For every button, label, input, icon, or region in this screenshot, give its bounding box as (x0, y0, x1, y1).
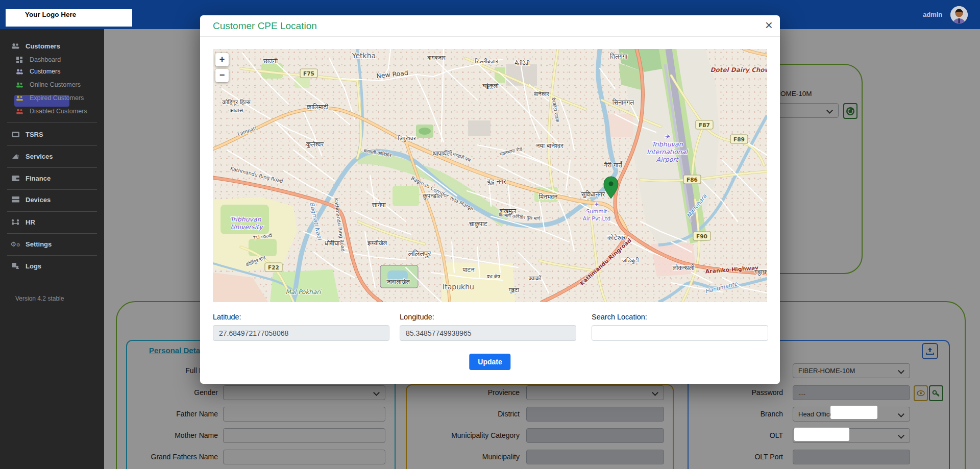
hr-people-icon (11, 219, 19, 225)
divider (7, 167, 97, 168)
map-label: ललितपुर (407, 249, 431, 258)
zoom-out-button[interactable]: − (215, 69, 229, 82)
marker-center-dot (609, 182, 614, 186)
redaction-patch (830, 406, 877, 419)
map-label: Airport (656, 156, 679, 163)
online-customers-icon (15, 82, 23, 88)
road-badge: F87 (696, 120, 713, 129)
sidebar-item-services[interactable]: Services (0, 151, 104, 161)
map-label: Tribhuvan (230, 215, 261, 223)
admin-username[interactable]: admin (923, 11, 942, 18)
map-label: Hanumante (704, 280, 739, 295)
road-badge: F22 (265, 263, 282, 271)
latitude-label: Latitude: (213, 313, 241, 321)
svg-text:F75: F75 (303, 70, 314, 77)
map-canvas[interactable]: F75F22F87F89F86F90छाउनीYetkhaNew Roadकाल… (213, 49, 767, 302)
map-label: तिलगंगा (609, 53, 627, 60)
divider (7, 145, 97, 146)
map-tiles: F75F22F87F89F86F90छाउनीYetkhaNew Roadकाल… (213, 49, 767, 302)
map-label: मैतीदेवी (514, 60, 529, 67)
wallet-icon (11, 175, 19, 181)
modal-header: Customer CPE Location × (200, 15, 780, 37)
map-label: कोटेश्वर (607, 234, 626, 241)
logo-box: Your Logo Here (6, 9, 132, 27)
search-location-input[interactable] (592, 325, 768, 341)
map-label: मिनभवन (538, 193, 558, 201)
road-badge: F90 (693, 232, 710, 240)
card-icon (11, 132, 19, 137)
map-label: छाउनी (263, 57, 278, 65)
sidebar-item-disabled-customers[interactable]: Disabled Customers (0, 106, 104, 116)
customer-cpe-location-modal: Customer CPE Location × (200, 15, 780, 384)
avatar[interactable] (950, 6, 968, 23)
map-label: Air Pvt.Ltd (583, 215, 610, 221)
services-icon (11, 153, 19, 159)
map-label: जावालाखेल (386, 278, 410, 285)
update-button[interactable]: Update (469, 354, 510, 370)
avatar-image (950, 6, 968, 23)
map-label: New Road (376, 69, 409, 80)
map-label: कालिमाटी (306, 103, 329, 111)
sidebar-item-expired-customers[interactable]: Expired Customers (0, 93, 104, 103)
map-label: कुलेश्वर (306, 140, 324, 148)
map-label: कोहिनूर हिल्स (222, 98, 251, 106)
map-label: सुविधानगर (581, 190, 605, 198)
map-label: Mal Pokhari (285, 288, 322, 295)
map-label: झम्सीखेल (367, 239, 387, 246)
server-icon (11, 196, 19, 203)
map-label: लोकन्थली (672, 264, 694, 271)
sidebar-item-customers-header[interactable]: Customers (0, 41, 104, 51)
map-label: डिल्लीबजार (474, 58, 499, 65)
road-badge: F75 (300, 69, 317, 78)
svg-text:F87: F87 (699, 122, 710, 128)
map-label: International (647, 148, 688, 156)
svg-text:F90: F90 (696, 233, 707, 239)
road-badge: F86 (683, 175, 701, 184)
logo-text: Your Logo Here (25, 11, 76, 18)
dashboard-icon (15, 57, 23, 63)
redaction-patch (794, 428, 849, 441)
sidebar-item-finance[interactable]: Finance (0, 173, 104, 183)
disabled-customers-icon (15, 109, 23, 114)
svg-text:F89: F89 (733, 136, 745, 142)
longitude-label: Longitude: (400, 313, 434, 321)
close-icon[interactable]: × (765, 17, 773, 33)
logs-icon (11, 263, 19, 269)
search-location-label: Search Location: (592, 313, 647, 321)
map-label: गैरी गाउँ (603, 161, 622, 169)
divider (7, 189, 97, 190)
sidebar-item-online-customers[interactable]: Online Customers (0, 80, 104, 90)
sidebar-item-customers[interactable]: Customers (0, 66, 104, 77)
divider (7, 255, 97, 256)
map-label: त्रिपुरेश्वर (397, 135, 416, 142)
sidebar-item-tsrs[interactable]: TSRS (0, 129, 104, 139)
map-label: University (230, 223, 263, 231)
longitude-input[interactable] (400, 325, 576, 341)
map-label: गुइटा (508, 286, 520, 293)
zoom-in-button[interactable]: + (215, 53, 229, 66)
map-label: नया बानेश्वर (535, 142, 564, 150)
sidebar-item-hr[interactable]: HR (0, 217, 104, 227)
map-label: Dotel Dairy Chowk (710, 66, 767, 73)
map-label: पाटन (462, 266, 475, 274)
map-label: जडिबुटी (622, 257, 639, 264)
sidebar-item-settings[interactable]: ⚙⚙ Settings (0, 239, 104, 249)
sidebar-item-logs[interactable]: Logs (0, 261, 104, 271)
sidebar-item-devices[interactable]: Devices (0, 194, 104, 205)
expired-customers-icon (15, 95, 23, 101)
map-label: बुद्ध नगर (486, 178, 506, 185)
latitude-input[interactable] (213, 325, 389, 341)
version-label: Version 4.2 stable (15, 295, 64, 302)
map-label: वध क्षेत्र (486, 274, 501, 279)
map-label: Tribhuvan (651, 140, 683, 148)
divider (7, 211, 97, 212)
gears-icon: ⚙⚙ (11, 241, 19, 248)
customers-icon (15, 69, 23, 75)
map-label: Itapukhu (443, 283, 474, 291)
map-label: Lampati (237, 125, 257, 136)
map-label: ✈ (595, 201, 599, 207)
map-label: सानेपा (371, 201, 385, 209)
map-label: Yetkha (352, 52, 376, 60)
sidebar-item-dashboard[interactable]: Dashboard (0, 55, 104, 65)
map-label: Summit (586, 208, 607, 214)
